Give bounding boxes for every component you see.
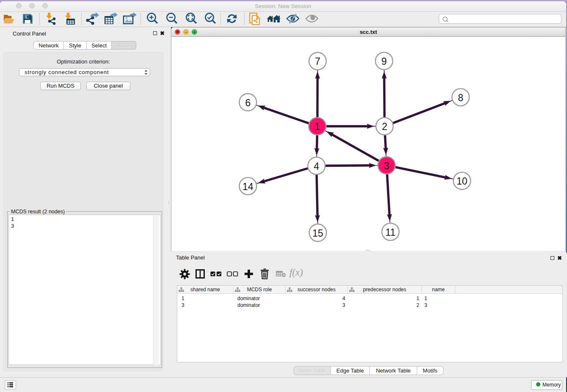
svg-text:15: 15 — [312, 228, 323, 239]
svg-text:3: 3 — [384, 160, 389, 171]
svg-text:1: 1 — [315, 121, 320, 132]
svg-text:8: 8 — [458, 92, 463, 103]
svg-text:2: 2 — [382, 121, 387, 132]
svg-text:10: 10 — [457, 176, 468, 187]
svg-text:9: 9 — [381, 56, 387, 67]
svg-text:7: 7 — [315, 56, 320, 67]
svg-text:6: 6 — [245, 97, 251, 108]
svg-text:14: 14 — [242, 181, 253, 192]
svg-text:4: 4 — [314, 161, 319, 172]
svg-text:11: 11 — [385, 227, 396, 238]
